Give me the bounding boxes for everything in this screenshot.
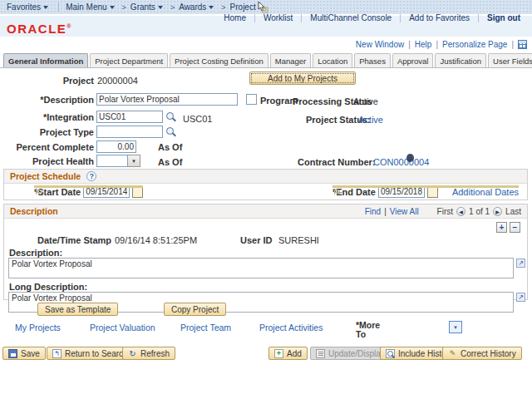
favorites-menu[interactable]: Favorites bbox=[7, 2, 41, 12]
divider bbox=[58, 2, 59, 12]
project-health-select[interactable]: ▼ bbox=[96, 155, 140, 167]
tab-phases[interactable]: Phases bbox=[354, 53, 391, 67]
contract-number-label: Contract Number: bbox=[298, 157, 376, 167]
save-button[interactable]: Save bbox=[2, 347, 46, 360]
section-title: Description bbox=[10, 206, 58, 216]
chevron-down-icon bbox=[43, 6, 48, 9]
as-of-label: As Of bbox=[158, 142, 182, 152]
integration-label: *Integration bbox=[0, 112, 94, 122]
last-label: Last bbox=[505, 207, 521, 216]
more-dropdown[interactable]: ▼ bbox=[449, 321, 462, 333]
find-link[interactable]: Find bbox=[365, 207, 381, 216]
description-label: *Description bbox=[0, 95, 94, 105]
top-nav-links: Home Worklist MultiChannel Console Add t… bbox=[215, 13, 529, 22]
crumb-grants[interactable]: Grants bbox=[131, 2, 155, 12]
project-schedule-header: Project Schedule ? bbox=[4, 170, 527, 184]
additional-dates-link[interactable]: Additional Dates bbox=[452, 187, 519, 197]
crumb-separator: > bbox=[221, 3, 225, 12]
add-to-favorites-link[interactable]: Add to Favorites bbox=[401, 13, 478, 22]
grid-navigation: Find | View All First ◀ 1 of 1 ▶ Last bbox=[365, 207, 521, 216]
lookup-magnifier-icon[interactable] bbox=[166, 127, 176, 137]
peoplesoft-window: Favorites Main Menu > Grants > Awards > … bbox=[0, 0, 532, 399]
project-type-input[interactable] bbox=[96, 126, 163, 138]
section-title: Project Schedule bbox=[10, 171, 81, 181]
multichannel-console-link[interactable]: MultiChannel Console bbox=[302, 13, 400, 22]
add-plus-icon bbox=[274, 349, 283, 358]
next-row-icon[interactable]: ▶ bbox=[493, 207, 502, 216]
add-to-my-projects-button[interactable]: Add to My Projects bbox=[249, 71, 356, 85]
main-menu[interactable]: Main Menu bbox=[66, 2, 106, 12]
return-arrow-icon bbox=[52, 349, 62, 358]
project-value: 20000004 bbox=[97, 76, 138, 86]
datetime-stamp-value: 09/16/14 8:51:25PM bbox=[115, 235, 197, 245]
add-button[interactable]: Add bbox=[268, 347, 308, 360]
description-body: + − Date/Time Stamp 09/16/14 8:51:25PM U… bbox=[4, 219, 527, 300]
datetime-stamp-label: Date/Time Stamp bbox=[37, 235, 111, 245]
project-status-value[interactable]: Active bbox=[358, 115, 383, 125]
project-team-link[interactable]: Project Team bbox=[180, 323, 231, 332]
mouse-cursor-icon bbox=[257, 2, 268, 13]
calendar-icon[interactable] bbox=[132, 186, 143, 198]
copy-project-button[interactable]: Copy Project bbox=[164, 303, 226, 316]
tab-user-fields[interactable]: User Fields bbox=[488, 53, 532, 67]
grid-layout-icon[interactable] bbox=[518, 40, 527, 49]
lookup-magnifier-icon[interactable] bbox=[166, 112, 176, 122]
oracle-logo: ORACLE® bbox=[7, 22, 72, 36]
tab-location[interactable]: Location bbox=[313, 53, 352, 67]
chevron-down-icon bbox=[110, 6, 115, 9]
return-to-search-button[interactable]: Return to Search bbox=[47, 347, 134, 360]
program-checkbox[interactable] bbox=[246, 94, 257, 105]
tab-project-department[interactable]: Project Department bbox=[90, 53, 168, 67]
contract-number-value[interactable]: CON0000004 bbox=[373, 157, 429, 167]
correct-history-button[interactable]: Correct History bbox=[442, 347, 522, 360]
as-of-label: As Of bbox=[158, 157, 182, 167]
percent-complete-input[interactable] bbox=[96, 140, 136, 153]
integration-input[interactable] bbox=[96, 111, 163, 123]
previous-row-icon[interactable]: ◀ bbox=[456, 207, 466, 216]
project-schedule-section: Project Schedule ? *Start Date *End Date… bbox=[3, 169, 528, 200]
refresh-icon bbox=[128, 349, 137, 358]
personalize-page-link[interactable]: Personalize Page bbox=[442, 40, 507, 49]
crumb-project[interactable]: Project bbox=[230, 2, 256, 12]
help-link[interactable]: Help bbox=[415, 40, 432, 49]
chevron-down-icon[interactable]: ▼ bbox=[128, 155, 140, 167]
view-all-link[interactable]: View All bbox=[390, 207, 419, 216]
home-link[interactable]: Home bbox=[215, 13, 254, 22]
crumb-separator: > bbox=[122, 3, 126, 12]
calendar-icon[interactable] bbox=[427, 186, 438, 198]
my-projects-link[interactable]: My Projects bbox=[15, 323, 61, 332]
row-position: 1 of 1 bbox=[469, 207, 490, 216]
divider: | bbox=[408, 40, 411, 49]
description-input[interactable] bbox=[96, 93, 238, 106]
crumb-awards[interactable]: Awards bbox=[179, 2, 206, 12]
expand-field-icon[interactable] bbox=[516, 259, 525, 268]
tab-approval[interactable]: Approval bbox=[392, 53, 434, 67]
tab-manager[interactable]: Manager bbox=[270, 53, 312, 67]
save-as-template-button[interactable]: Save as Template bbox=[37, 303, 118, 316]
user-id-value: SURESHI bbox=[278, 235, 319, 245]
new-window-link[interactable]: New Window bbox=[356, 40, 404, 49]
chevron-down-icon bbox=[158, 6, 163, 9]
tab-project-costing-definition[interactable]: Project Costing Definition bbox=[170, 53, 268, 67]
tab-general-information[interactable]: General Information bbox=[3, 53, 88, 67]
help-icon[interactable]: ? bbox=[86, 171, 96, 181]
description-field-label: Description: bbox=[9, 248, 62, 258]
project-health-label: Project Health bbox=[0, 156, 94, 166]
page-utility-links: New Window | Help | Personalize Page | bbox=[356, 40, 527, 49]
description-textarea[interactable]: Polar Vortex Proposal bbox=[8, 258, 514, 278]
project-activities-link[interactable]: Project Activities bbox=[259, 323, 323, 332]
project-schedule-body: *Start Date *End Date Additional Dates bbox=[4, 184, 527, 200]
sign-out-link[interactable]: Sign out bbox=[479, 13, 529, 22]
expand-field-icon[interactable] bbox=[516, 293, 525, 302]
divider: | bbox=[384, 207, 387, 216]
project-valuation-link[interactable]: Project Valuation bbox=[90, 323, 155, 332]
history-magnifier-icon bbox=[386, 349, 395, 358]
tab-justification[interactable]: Justification bbox=[435, 53, 486, 67]
update-display-icon bbox=[316, 349, 325, 358]
worklist-link[interactable]: Worklist bbox=[255, 13, 301, 22]
update-display-button: Update/Display bbox=[310, 347, 391, 360]
add-row-button[interactable]: + bbox=[496, 222, 507, 233]
delete-row-button[interactable]: − bbox=[510, 222, 520, 233]
user-id-label: User ID bbox=[240, 235, 273, 245]
refresh-button[interactable]: Refresh bbox=[122, 347, 175, 360]
